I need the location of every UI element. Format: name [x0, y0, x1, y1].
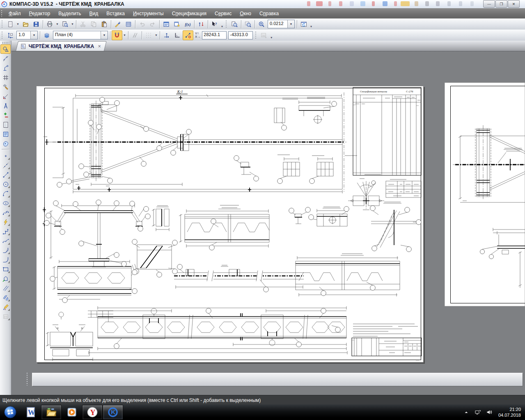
tool-spline[interactable] — [0, 208, 11, 217]
toolbar-button-expressions-fx[interactable]: f(x) — [182, 19, 193, 29]
toolbar-button-what-is-this[interactable]: ? — [209, 19, 220, 29]
panel-switcher-dimensions[interactable] — [0, 54, 11, 63]
toolbar-button-new-document[interactable] — [5, 19, 16, 29]
toolbar-button-save-document[interactable] — [31, 19, 41, 29]
toolbar-button-variables-window[interactable] — [161, 19, 172, 29]
toolbar-overflow-chevron[interactable]: ▾ — [269, 30, 273, 40]
toolbar-drag-handle[interactable] — [1, 32, 3, 39]
tool-line-segment[interactable] — [0, 170, 11, 179]
tool-curve[interactable] — [0, 236, 11, 246]
layer-combo[interactable]: План (4)▼ — [53, 31, 108, 39]
toolbar-drag-handle[interactable] — [225, 21, 227, 28]
toolbar-button-undo[interactable] — [137, 19, 147, 29]
taskbar-yandex-browser[interactable]: Y — [82, 405, 103, 420]
menu-item-select[interactable]: Выделить — [54, 9, 85, 18]
tool-macroelement[interactable] — [0, 312, 11, 321]
toolbar-button-document-manager[interactable] — [172, 19, 182, 29]
panel-switcher-parametrization[interactable] — [0, 82, 11, 92]
toolbar-button-print[interactable] — [44, 19, 55, 29]
toolbar-button-ortho-mode[interactable] — [172, 30, 183, 40]
tool-parallel-lines[interactable] — [0, 283, 11, 293]
step-combo[interactable]: 1.0▼ — [16, 31, 38, 39]
tool-collect-contour[interactable] — [0, 274, 11, 283]
toolbar-button-copy[interactable] — [88, 19, 99, 29]
coord-x-field[interactable]: -43313.0 — [228, 31, 253, 39]
taskbar-explorer[interactable] — [41, 405, 62, 420]
zoom-scale-combo-dropdown-arrow[interactable]: ▼ — [287, 20, 294, 28]
document-tab[interactable]: ЧЕРТЁЖ КМД КРАНБАЛКА × — [16, 41, 107, 51]
panel-switcher-measurements[interactable] — [0, 92, 11, 101]
toolbar-button-image-tool[interactable] — [259, 30, 269, 40]
toolbar-button-print-preview[interactable] — [60, 19, 70, 29]
panel-switcher-specification-add-remove[interactable] — [0, 110, 11, 120]
panel-switcher-designations[interactable] — [0, 63, 11, 73]
tool-arc[interactable] — [0, 189, 11, 198]
menu-item-help[interactable]: Справка — [255, 9, 283, 18]
panel-switcher-reports[interactable] — [0, 129, 11, 139]
layer-combo-dropdown-arrow[interactable]: ▼ — [101, 31, 108, 39]
taskbar-media-player[interactable] — [62, 405, 82, 420]
toolbar-button-snap-magnet[interactable] — [112, 30, 122, 40]
tool-point[interactable] — [0, 151, 11, 161]
toolbar-overflow-chevron[interactable]: ▾ — [220, 19, 224, 29]
menubar-drag-handle[interactable] — [1, 10, 3, 17]
toolbar-button-open-document[interactable] — [20, 19, 31, 29]
toolbar-button-layers[interactable] — [41, 30, 52, 40]
minimize-button[interactable]: — — [483, 0, 495, 8]
tool-rectangle[interactable] — [0, 264, 11, 274]
menu-item-file[interactable]: Файл — [5, 9, 25, 18]
toolbar-button-parallel-snap[interactable] — [130, 30, 140, 40]
panel-switcher-insert-object[interactable] — [0, 139, 11, 148]
taskbar-word[interactable]: W — [21, 405, 41, 420]
toolbar-button-cut[interactable] — [78, 19, 88, 29]
network-icon[interactable] — [473, 408, 482, 417]
menu-item-editor[interactable]: Редактор — [25, 9, 55, 18]
menu-item-insert[interactable]: Вставка — [102, 9, 129, 18]
tool-region-fill[interactable] — [0, 302, 11, 312]
grid-dropdown-arrow[interactable]: ▼ — [154, 31, 158, 40]
snap-magnet-dropdown-arrow[interactable]: ▼ — [122, 31, 127, 40]
toolbar-button-copy-properties[interactable] — [112, 19, 123, 29]
toolbar-button-refresh-image[interactable] — [298, 19, 309, 29]
tool-polyline[interactable] — [0, 227, 11, 236]
show-hidden-icons-button[interactable] — [462, 408, 471, 417]
toolbar-drag-handle[interactable] — [1, 21, 3, 28]
menu-item-view[interactable]: Вид — [85, 9, 103, 18]
toolbar-button-grid[interactable] — [143, 30, 154, 40]
toolbar-button-zoom-by-document[interactable] — [229, 19, 240, 29]
tab-close-icon[interactable]: × — [98, 44, 101, 48]
drawing-sheet-main[interactable]: К-1 — [36, 86, 424, 363]
property-bar-drag-handle[interactable] — [26, 373, 28, 386]
menu-item-window[interactable]: Окно — [236, 9, 255, 18]
new-document-dropdown-arrow[interactable]: ▼ — [16, 20, 20, 29]
toolbar-button-redo[interactable] — [147, 19, 158, 29]
step-combo-dropdown-arrow[interactable]: ▼ — [30, 31, 37, 39]
print-preview-dropdown-arrow[interactable]: ▼ — [70, 20, 75, 29]
panel-switcher-specification-sheet[interactable] — [0, 120, 11, 129]
taskbar-start-button[interactable] — [0, 405, 21, 420]
coord-y-field[interactable]: 28243.1 — [202, 31, 227, 39]
taskbar-kompas-3d[interactable]: K — [103, 405, 123, 420]
tool-circle[interactable] — [0, 179, 11, 189]
drawing-workspace[interactable]: К-1 — [11, 51, 525, 395]
menu-item-specification[interactable]: Спецификация — [168, 9, 211, 18]
menu-item-service[interactable]: Сервис — [211, 9, 236, 18]
close-button[interactable]: ✕ — [508, 0, 520, 8]
tool-hatch[interactable] — [0, 293, 11, 302]
panel-switcher-selection[interactable] — [0, 101, 11, 110]
toolbar-button-properties-table[interactable] — [123, 19, 134, 29]
toolbar-button-zoom-by-area[interactable] — [243, 19, 253, 29]
toolbar-button-zoom-in[interactable] — [256, 19, 267, 29]
toolbar-button-change-order[interactable] — [196, 19, 206, 29]
tool-ellipse[interactable] — [0, 198, 11, 208]
panel-switcher-geometry[interactable] — [0, 44, 11, 54]
toolbar-overflow-chevron[interactable]: ▾ — [309, 19, 313, 29]
tool-lightning-input[interactable] — [0, 217, 11, 227]
toolbar-drag-handle[interactable] — [255, 32, 257, 39]
toolbar-button-local-axes[interactable] — [161, 30, 172, 40]
drawing-sheet-second[interactable] — [445, 83, 525, 306]
tool-auxiliary-line[interactable] — [0, 161, 11, 170]
panel-switcher-editing[interactable] — [0, 73, 11, 82]
tool-chamfer[interactable] — [0, 246, 11, 255]
taskbar-clock[interactable]: 21:20 04.07.2018 — [495, 406, 525, 418]
